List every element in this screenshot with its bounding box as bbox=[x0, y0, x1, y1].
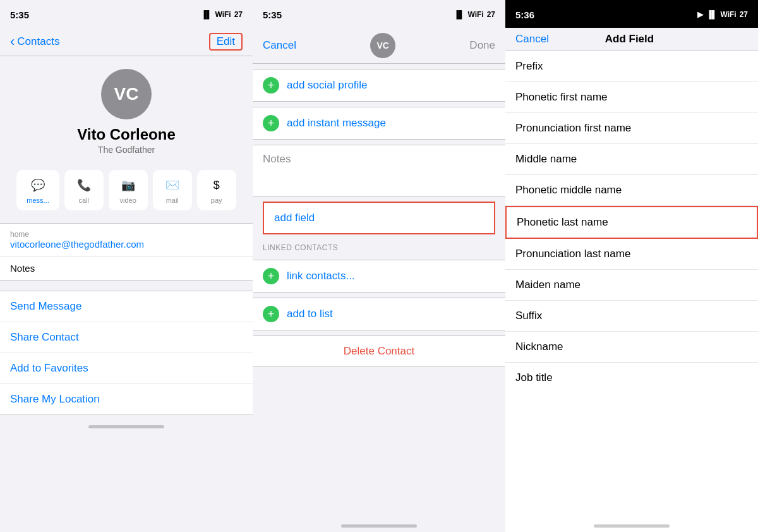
field-job-title[interactable]: Job title bbox=[505, 363, 758, 393]
delete-contact-section: Delete Contact bbox=[253, 336, 505, 367]
contact-links-section: Send Message Share Contact Add to Favori… bbox=[0, 291, 253, 415]
contact-view-panel: 5:35 ▐▌ WiFi 27 Contacts Edit VC Vito Co… bbox=[0, 0, 253, 532]
video-action-button[interactable]: 📷 video bbox=[109, 170, 148, 210]
linked-contacts-section: + link contacts... bbox=[253, 260, 505, 293]
video-icon: 📷 bbox=[119, 176, 137, 194]
avatar: VC bbox=[101, 69, 152, 119]
battery-icon-2: 27 bbox=[487, 10, 495, 19]
notes-label: Notes bbox=[10, 263, 243, 274]
status-icons-1: ▐▌ WiFi 27 bbox=[201, 10, 243, 19]
mail-icon: ✉️ bbox=[164, 176, 181, 194]
add-instant-message-button[interactable]: + add instant message bbox=[253, 107, 505, 139]
message-label: mess... bbox=[27, 196, 49, 204]
edit-contact-button[interactable]: Edit bbox=[209, 33, 243, 51]
back-to-contacts-button[interactable]: Contacts bbox=[10, 33, 59, 50]
add-social-profile-button[interactable]: + add social profile bbox=[253, 70, 505, 101]
field-suffix[interactable]: Suffix bbox=[505, 301, 758, 332]
field-middle-name[interactable]: Middle name bbox=[505, 144, 758, 175]
field-prefix[interactable]: Prefix bbox=[505, 51, 758, 82]
field-phonetic-first-name[interactable]: Phonetic first name bbox=[505, 82, 758, 113]
call-icon: 📞 bbox=[75, 176, 93, 194]
scroll-spacer bbox=[253, 372, 505, 385]
video-label: video bbox=[120, 196, 136, 204]
mail-action-button[interactable]: ✉️ mail bbox=[153, 170, 192, 210]
add-field-button[interactable]: add field bbox=[263, 202, 495, 234]
share-location-button[interactable]: Share My Location bbox=[0, 384, 253, 414]
add-im-plus-icon: + bbox=[263, 115, 279, 131]
link-contacts-label: link contacts... bbox=[287, 270, 355, 282]
contact-header: VC Vito Corleone The Godfather bbox=[0, 56, 253, 162]
home-bar-2 bbox=[341, 524, 417, 528]
home-indicator-1 bbox=[0, 420, 253, 433]
status-icons-3: ▶ ▐▌ WiFi 27 bbox=[697, 10, 748, 19]
back-label: Contacts bbox=[17, 35, 59, 48]
back-chevron-icon bbox=[10, 33, 15, 50]
add-field-panel: 5:36 ▶ ▐▌ WiFi 27 Cancel Add Field Prefi… bbox=[505, 0, 758, 532]
add-field-label: add field bbox=[274, 212, 315, 224]
edit-avatar: VC bbox=[370, 33, 395, 58]
contact-subtitle: The Godfather bbox=[98, 145, 155, 155]
edit-done-button[interactable]: Done bbox=[469, 39, 495, 52]
linked-contacts-header: LINKED CONTACTS bbox=[253, 239, 505, 255]
signal-icon-3: ▐▌ bbox=[706, 10, 717, 19]
wifi-icon-2: WiFi bbox=[467, 10, 483, 19]
email-value: vitocorleone@thegodfather.com bbox=[10, 239, 243, 250]
add-field-title: Add Field bbox=[605, 33, 654, 45]
field-pronunciation-last-name[interactable]: Pronunciation last name bbox=[505, 239, 758, 270]
send-message-button[interactable]: Send Message bbox=[0, 291, 253, 322]
location-icon: ▶ bbox=[697, 10, 703, 19]
add-to-list-label: add to list bbox=[287, 308, 333, 320]
link-contacts-plus-icon: + bbox=[263, 268, 279, 284]
signal-icon: ▐▌ bbox=[201, 10, 212, 19]
status-icons-2: ▐▌ WiFi 27 bbox=[454, 10, 495, 19]
notes-input-area[interactable]: Notes bbox=[253, 145, 505, 196]
message-action-button[interactable]: 💬 mess... bbox=[16, 170, 59, 210]
add-im-section: + add instant message bbox=[253, 107, 505, 140]
wifi-icon-3: WiFi bbox=[720, 10, 736, 19]
link-contacts-button[interactable]: + link contacts... bbox=[253, 260, 505, 292]
add-im-label: add instant message bbox=[287, 117, 386, 130]
battery-icon: 27 bbox=[234, 10, 243, 19]
add-field-cancel-button[interactable]: Cancel bbox=[515, 33, 549, 45]
status-time-1: 5:35 bbox=[10, 9, 29, 20]
add-to-list-section: + add to list bbox=[253, 298, 505, 330]
pay-label: pay bbox=[211, 196, 222, 204]
add-to-favorites-button[interactable]: Add to Favorites bbox=[0, 353, 253, 384]
home-bar-1 bbox=[88, 425, 164, 428]
edit-nav-bar: Cancel VC Done bbox=[253, 28, 505, 64]
field-pronunciation-first-name[interactable]: Pronunciation first name bbox=[505, 113, 758, 144]
share-contact-button[interactable]: Share Contact bbox=[0, 322, 253, 353]
email-row[interactable]: home vitocorleone@thegodfather.com bbox=[0, 224, 253, 257]
contact-nav-bar: Contacts Edit bbox=[0, 28, 253, 56]
add-to-list-button[interactable]: + add to list bbox=[253, 298, 505, 330]
home-indicator-2 bbox=[253, 519, 505, 532]
edit-contact-panel: 5:35 ▐▌ WiFi 27 Cancel VC Done + add soc… bbox=[253, 0, 505, 532]
add-field-container: add field bbox=[263, 202, 495, 234]
battery-icon-3: 27 bbox=[740, 10, 748, 19]
pay-icon: $ bbox=[208, 176, 226, 194]
add-social-plus-icon: + bbox=[263, 77, 279, 94]
notes-section: Notes bbox=[253, 145, 505, 196]
edit-scroll-area[interactable]: + add social profile + add instant messa… bbox=[253, 64, 505, 519]
field-phonetic-last-name[interactable]: Phonetic last name bbox=[505, 206, 758, 239]
status-bar-1: 5:35 ▐▌ WiFi 27 bbox=[0, 0, 253, 28]
pay-action-button[interactable]: $ pay bbox=[197, 170, 236, 210]
delete-contact-button[interactable]: Delete Contact bbox=[263, 345, 495, 358]
call-action-button[interactable]: 📞 call bbox=[64, 170, 104, 210]
field-phonetic-middle-name[interactable]: Phonetic middle name bbox=[505, 175, 758, 206]
call-label: call bbox=[78, 196, 89, 204]
home-bar-3 bbox=[594, 524, 670, 528]
status-time-3: 5:36 bbox=[515, 9, 534, 20]
edit-cancel-button[interactable]: Cancel bbox=[263, 39, 296, 52]
wifi-icon: WiFi bbox=[215, 10, 231, 19]
add-social-label: add social profile bbox=[287, 79, 368, 92]
signal-icon-2: ▐▌ bbox=[454, 10, 464, 19]
add-profiles-section: + add social profile bbox=[253, 69, 505, 102]
field-nickname[interactable]: Nickname bbox=[505, 332, 758, 363]
action-buttons: 💬 mess... 📞 call 📷 video ✉️ mail $ pay bbox=[0, 162, 253, 218]
add-field-nav-bar: Cancel Add Field bbox=[505, 28, 758, 51]
status-bar-2: 5:35 ▐▌ WiFi 27 bbox=[253, 0, 505, 28]
notes-row[interactable]: Notes bbox=[0, 257, 253, 280]
notes-input-label: Notes bbox=[263, 153, 291, 165]
field-maiden-name[interactable]: Maiden name bbox=[505, 270, 758, 301]
